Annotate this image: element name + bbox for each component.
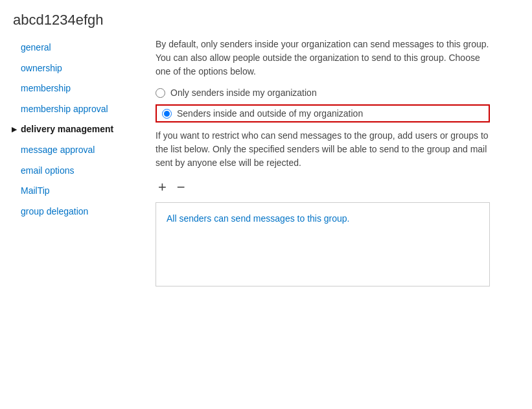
radio-option-1-label[interactable]: Only senders inside my organization — [170, 88, 317, 98]
remove-button[interactable]: − — [174, 179, 188, 196]
radio-only-inside[interactable] — [156, 88, 165, 98]
main-content: By default, only senders inside your org… — [143, 38, 505, 286]
senders-box-link[interactable]: this group — [307, 213, 347, 224]
page-title: abcd1234efgh — [0, 0, 532, 38]
toolbar: + − — [156, 179, 490, 196]
radio-option-2-label[interactable]: Senders inside and outside of my organiz… — [177, 108, 363, 119]
radio-option-1[interactable]: Only senders inside my organization — [156, 88, 490, 98]
sidebar: generalownershipmembershipmembership app… — [0, 38, 143, 286]
senders-box-text: All senders can send messages to this gr… — [167, 213, 350, 224]
sidebar-item-message-approval[interactable]: message approval — [12, 140, 136, 161]
sidebar-item-general[interactable]: general — [12, 38, 136, 58]
senders-box-prefix: All senders can send messages to — [167, 213, 307, 224]
radio-inside-outside[interactable] — [162, 109, 172, 119]
senders-box: All senders can send messages to this gr… — [156, 202, 490, 286]
restrict-text: If you want to restrict who can send mes… — [156, 129, 490, 170]
sidebar-item-membership[interactable]: membership — [12, 78, 136, 99]
sidebar-item-delivery-management[interactable]: delivery management — [12, 119, 136, 140]
add-button[interactable]: + — [156, 179, 169, 196]
sidebar-item-group-delegation[interactable]: group delegation — [12, 202, 136, 222]
senders-box-suffix: . — [347, 213, 350, 224]
description-text: By default, only senders inside your org… — [156, 38, 490, 78]
sidebar-item-membership-approval[interactable]: membership approval — [12, 99, 136, 120]
sidebar-item-mailtip[interactable]: MailTip — [12, 181, 136, 202]
radio-option-2-highlighted[interactable]: Senders inside and outside of my organiz… — [156, 104, 490, 123]
sidebar-item-ownership[interactable]: ownership — [12, 58, 136, 79]
sidebar-item-email-options[interactable]: email options — [12, 161, 136, 181]
